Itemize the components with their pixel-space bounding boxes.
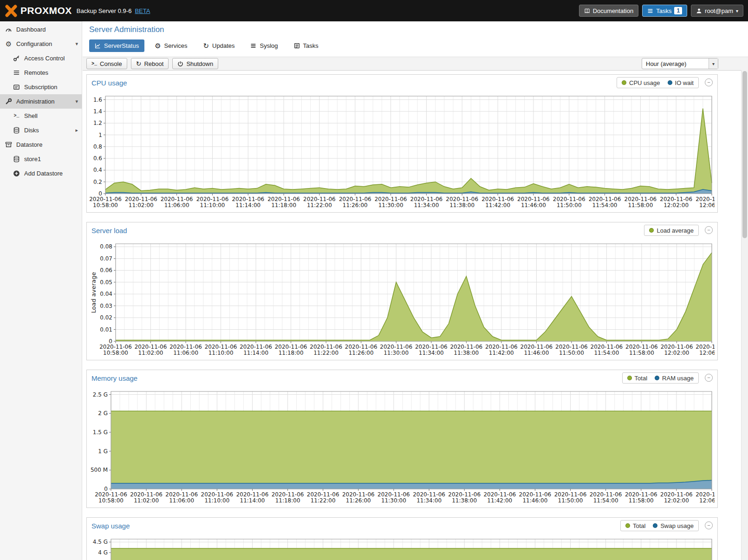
svg-text:2 G: 2 G bbox=[98, 410, 108, 417]
sidebar-item-datastore[interactable]: Datastore bbox=[0, 137, 82, 152]
svg-text:11:50:00: 11:50:00 bbox=[559, 350, 584, 356]
sidebar-item-administration[interactable]: Administration ▾ bbox=[0, 94, 82, 109]
svg-text:0.01: 0.01 bbox=[100, 326, 112, 333]
sidebar-item-disks[interactable]: Disks ▸ bbox=[0, 123, 82, 137]
svg-text:11:58:00: 11:58:00 bbox=[628, 202, 653, 208]
svg-text:11:10:00: 11:10:00 bbox=[204, 497, 229, 504]
legend-label: Load average bbox=[657, 227, 694, 234]
sidebar-item-subscription[interactable]: Subscription bbox=[0, 80, 82, 94]
time-range-select[interactable]: Hour (average) ▾ bbox=[642, 58, 718, 69]
time-range-value: Hour (average) bbox=[642, 60, 709, 67]
svg-text:10:58:00: 10:58:00 bbox=[98, 497, 124, 504]
caret-down-icon[interactable]: ▾ bbox=[75, 41, 78, 47]
svg-text:11:18:00: 11:18:00 bbox=[279, 350, 304, 356]
console-button[interactable]: >_ Console bbox=[86, 58, 127, 69]
tab-label: Syslog bbox=[260, 42, 278, 49]
svg-text:2020-11-06: 2020-11-06 bbox=[169, 344, 202, 350]
svg-text:2020-11-06: 2020-11-06 bbox=[625, 491, 657, 498]
sidebar-item-label: Add Datastore bbox=[24, 170, 63, 177]
svg-text:2020-11-06: 2020-11-06 bbox=[410, 196, 443, 202]
legend-dot bbox=[653, 523, 657, 528]
swap-usage-chart: 0500 M1 G1.5 G2 G2.5 G3 G3.5 G4 G4.5 G20… bbox=[90, 535, 715, 560]
legend-item-cpu-usage[interactable]: CPU usage bbox=[622, 79, 660, 86]
tab-services[interactable]: ⚙ Services bbox=[149, 39, 193, 52]
product-subtitle: Backup Server 0.9-6 bbox=[77, 7, 132, 14]
svg-text:4 G: 4 G bbox=[98, 549, 108, 556]
user-menu-button[interactable]: root@pam ▾ bbox=[691, 5, 743, 17]
documentation-button[interactable]: Documentation bbox=[579, 5, 638, 17]
shutdown-button[interactable]: Shutdown bbox=[172, 58, 218, 69]
collapse-panel-button[interactable]: − bbox=[705, 226, 713, 234]
tab-bar: ServerStatus ⚙ Services ↻ Updates Syslog… bbox=[89, 39, 748, 52]
sidebar-item-label: Shell bbox=[24, 112, 38, 119]
collapse-panel-button[interactable]: − bbox=[705, 374, 713, 382]
sidebar-item-remotes[interactable]: Remotes bbox=[0, 65, 82, 80]
svg-text:12:02:00: 12:02:00 bbox=[664, 497, 689, 504]
svg-text:11:14:00: 11:14:00 bbox=[243, 350, 268, 356]
server-load-chart: 00.010.020.030.040.050.060.070.082020-11… bbox=[90, 240, 715, 357]
sidebar-item-access-control[interactable]: Access Control bbox=[0, 51, 82, 65]
svg-text:11:22:00: 11:22:00 bbox=[307, 202, 332, 208]
legend-item-total[interactable]: Total bbox=[627, 375, 647, 382]
cpu-usage-panel: CPU usage CPU usage IO wait − 00.20.40.6… bbox=[86, 74, 718, 213]
legend-item-total[interactable]: Total bbox=[625, 522, 645, 529]
sidebar-item-configuration[interactable]: ⚙ Configuration ▾ bbox=[0, 37, 82, 51]
caret-down-icon[interactable]: ▾ bbox=[75, 98, 78, 104]
gears-icon: ⚙ bbox=[5, 40, 13, 47]
svg-text:4.5 G: 4.5 G bbox=[93, 539, 108, 545]
terminal-prompt-icon: >_ bbox=[91, 61, 97, 66]
collapse-panel-button[interactable]: − bbox=[705, 521, 713, 529]
tab-syslog[interactable]: Syslog bbox=[245, 39, 283, 52]
legend-item-ram-usage[interactable]: RAM usage bbox=[655, 375, 694, 382]
tab-serverstatus[interactable]: ServerStatus bbox=[89, 39, 144, 52]
svg-text:0.06: 0.06 bbox=[100, 267, 112, 273]
svg-text:11:46:00: 11:46:00 bbox=[521, 202, 546, 208]
vertical-scrollbar[interactable] bbox=[741, 70, 748, 560]
scrollbar-thumb[interactable] bbox=[742, 71, 747, 238]
legend-label: Total bbox=[635, 375, 647, 382]
tasks-button[interactable]: Tasks 1 bbox=[642, 5, 687, 17]
svg-text:1.5 G: 1.5 G bbox=[93, 429, 108, 436]
brand-name: PROXMOX bbox=[20, 5, 72, 16]
svg-text:2020-11-06: 2020-11-06 bbox=[275, 344, 307, 350]
refresh-icon: ↻ bbox=[203, 42, 209, 49]
tab-updates[interactable]: ↻ Updates bbox=[197, 39, 240, 52]
legend-label: Swap usage bbox=[660, 522, 694, 529]
reboot-icon: ↻ bbox=[136, 60, 142, 67]
svg-text:10:58:00: 10:58:00 bbox=[103, 350, 128, 356]
panel-title: CPU usage bbox=[91, 79, 127, 87]
legend-item-swap-usage[interactable]: Swap usage bbox=[653, 522, 694, 529]
list-icon bbox=[250, 43, 256, 49]
certificate-icon bbox=[13, 84, 20, 91]
svg-text:12:06:00: 12:06:00 bbox=[699, 497, 715, 504]
collapse-panel-button[interactable]: − bbox=[705, 78, 713, 86]
sidebar-item-add-datastore[interactable]: Add Datastore bbox=[0, 166, 82, 181]
svg-text:2020-11-06: 2020-11-06 bbox=[415, 344, 448, 350]
svg-text:2020-11-06: 2020-11-06 bbox=[625, 344, 658, 350]
svg-text:0.07: 0.07 bbox=[100, 255, 112, 262]
svg-text:2020-11-06: 2020-11-06 bbox=[413, 491, 445, 498]
sidebar-item-shell[interactable]: >_ Shell bbox=[0, 109, 82, 123]
svg-text:2020-11-06: 2020-11-06 bbox=[553, 196, 585, 202]
caret-right-icon[interactable]: ▸ bbox=[75, 127, 78, 133]
sidebar-item-dashboard[interactable]: Dashboard bbox=[0, 22, 82, 37]
svg-text:11:02:00: 11:02:00 bbox=[129, 202, 154, 208]
svg-text:0.4: 0.4 bbox=[93, 167, 102, 173]
svg-text:2020-11-06: 2020-11-06 bbox=[90, 196, 122, 202]
reboot-button[interactable]: ↻ Reboot bbox=[131, 58, 169, 69]
sidebar-item-store1[interactable]: store1 bbox=[0, 152, 82, 166]
svg-text:1: 1 bbox=[98, 132, 102, 138]
svg-text:11:46:00: 11:46:00 bbox=[524, 350, 549, 356]
legend-item-io-wait[interactable]: IO wait bbox=[668, 79, 694, 86]
svg-text:11:34:00: 11:34:00 bbox=[416, 497, 442, 504]
panel-title: Swap usage bbox=[91, 522, 130, 530]
svg-text:2.5 G: 2.5 G bbox=[93, 391, 108, 398]
wrench-icon bbox=[5, 98, 13, 105]
reboot-label: Reboot bbox=[144, 60, 163, 67]
svg-text:11:42:00: 11:42:00 bbox=[489, 350, 514, 356]
tab-tasks[interactable]: Tasks bbox=[288, 39, 324, 52]
legend-item-load-average[interactable]: Load average bbox=[649, 227, 694, 234]
beta-link[interactable]: BETA bbox=[135, 7, 150, 14]
app-header: PROXMOX Backup Server 0.9-6 BETA Documen… bbox=[0, 0, 748, 21]
select-trigger[interactable]: ▾ bbox=[709, 59, 718, 69]
